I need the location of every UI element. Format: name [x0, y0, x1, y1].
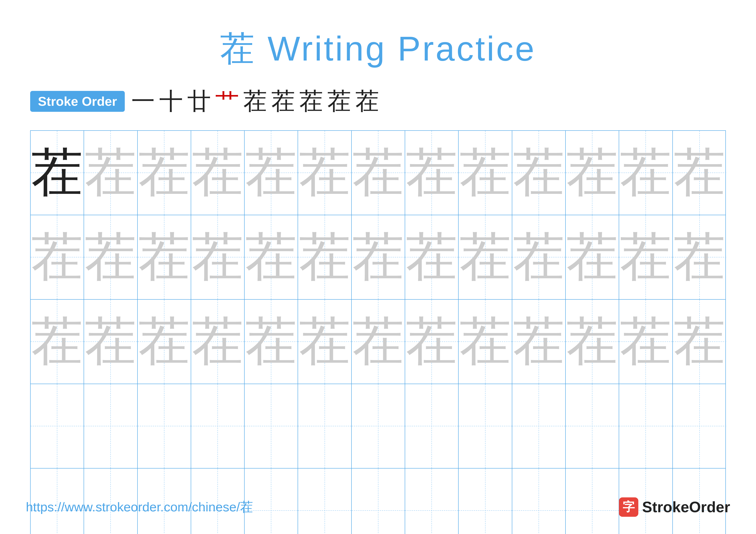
grid-cell[interactable]: 茬	[352, 215, 405, 299]
grid-cell[interactable]: 茬	[245, 215, 298, 299]
practice-char: 茬	[566, 231, 618, 283]
stroke-2: 十	[159, 85, 183, 117]
stroke-8: 茬	[327, 85, 351, 117]
grid-row-3: 茬 茬 茬 茬 茬 茬 茬 茬 茬 茬 茬 茬 茬	[31, 300, 725, 384]
practice-char: 茬	[31, 231, 83, 283]
practice-char: 茬	[352, 231, 404, 283]
stroke-6: 茬	[271, 85, 295, 117]
logo-icon: 字	[619, 497, 638, 517]
grid-cell[interactable]: 茬	[619, 215, 673, 299]
grid-cell[interactable]: 茬	[673, 215, 726, 299]
grid-row-1: 茬 茬 茬 茬 茬 茬 茬 茬 茬 茬 茬 茬 茬	[31, 131, 725, 215]
practice-char: 茬	[31, 147, 83, 199]
title-char: 茬	[220, 30, 256, 68]
grid-cell[interactable]: 茬	[512, 215, 566, 299]
grid-cell[interactable]: 茬	[512, 300, 566, 384]
practice-char: 茬	[674, 316, 725, 368]
grid-cell[interactable]: 茬	[138, 300, 191, 384]
practice-char: 茬	[406, 231, 458, 283]
practice-char: 茬	[138, 147, 190, 199]
stroke-order-row: Stroke Order 一 十 廿 艹 茬 茬 茬 茬 茬	[26, 85, 730, 117]
grid-cell[interactable]: 茬	[245, 300, 298, 384]
practice-char: 茬	[566, 147, 618, 199]
grid-row-4	[31, 384, 725, 469]
stroke-1: 一	[131, 85, 155, 117]
grid-cell[interactable]	[459, 384, 512, 468]
grid-cell[interactable]: 茬	[405, 131, 459, 215]
grid-cell[interactable]: 茬	[191, 215, 245, 299]
grid-cell[interactable]: 茬	[31, 300, 84, 384]
footer: https://www.strokeorder.com/chinese/茬 字 …	[26, 497, 730, 517]
grid-cell[interactable]: 茬	[566, 300, 619, 384]
practice-char: 茬	[674, 147, 725, 199]
grid-cell[interactable]: 茬	[138, 215, 191, 299]
grid-cell[interactable]: 茬	[191, 300, 245, 384]
practice-char: 茬	[245, 147, 297, 199]
stroke-order-badge: Stroke Order	[30, 91, 125, 112]
grid-cell[interactable]	[512, 384, 566, 468]
grid-cell[interactable]	[31, 384, 84, 468]
footer-logo: 字 StrokeOrder	[619, 497, 730, 517]
grid-cell[interactable]	[138, 384, 191, 468]
grid-cell[interactable]: 茬	[138, 131, 191, 215]
practice-char: 茬	[620, 316, 671, 368]
grid-cell[interactable]: 茬	[84, 300, 138, 384]
grid-cell[interactable]	[352, 384, 405, 468]
practice-char: 茬	[299, 147, 351, 199]
grid-cell[interactable]: 茬	[405, 300, 459, 384]
grid-cell[interactable]	[245, 384, 298, 468]
grid-cell[interactable]	[84, 384, 138, 468]
grid-cell[interactable]: 茬	[84, 215, 138, 299]
practice-char: 茬	[31, 316, 83, 368]
grid-cell[interactable]: 茬	[31, 131, 84, 215]
grid-cell[interactable]: 茬	[191, 131, 245, 215]
grid-cell[interactable]: 茬	[31, 215, 84, 299]
grid-cell[interactable]: 茬	[619, 300, 673, 384]
grid-cell[interactable]: 茬	[459, 215, 512, 299]
grid-cell[interactable]: 茬	[352, 131, 405, 215]
grid-cell[interactable]: 茬	[298, 300, 351, 384]
practice-char: 茬	[674, 231, 725, 283]
grid-cell[interactable]	[673, 384, 726, 468]
practice-char: 茬	[192, 231, 244, 283]
grid-cell[interactable]: 茬	[566, 131, 619, 215]
grid-cell[interactable]	[619, 384, 673, 468]
grid-cell[interactable]: 茬	[673, 300, 726, 384]
grid-cell[interactable]: 茬	[459, 300, 512, 384]
grid-cell[interactable]	[191, 384, 245, 468]
stroke-5: 茬	[243, 85, 267, 117]
practice-char: 茬	[513, 231, 565, 283]
title-area: 茬 Writing Practice	[26, 26, 730, 72]
practice-char: 茬	[406, 316, 458, 368]
grid-cell[interactable]: 茬	[459, 131, 512, 215]
grid-cell[interactable]: 茬	[566, 215, 619, 299]
grid-row-2: 茬 茬 茬 茬 茬 茬 茬 茬 茬 茬 茬 茬 茬	[31, 215, 725, 300]
grid-cell[interactable]: 茬	[245, 131, 298, 215]
grid-cell[interactable]: 茬	[352, 300, 405, 384]
grid-cell[interactable]: 茬	[512, 131, 566, 215]
practice-char: 茬	[138, 316, 190, 368]
practice-char: 茬	[352, 316, 404, 368]
practice-char: 茬	[85, 231, 136, 283]
footer-url[interactable]: https://www.strokeorder.com/chinese/茬	[26, 498, 253, 516]
logo-name: StrokeOrder	[642, 498, 730, 516]
grid-cell[interactable]: 茬	[673, 131, 726, 215]
grid-cell[interactable]: 茬	[298, 131, 351, 215]
practice-char: 茬	[352, 147, 404, 199]
grid-cell[interactable]	[405, 384, 459, 468]
practice-char: 茬	[85, 316, 136, 368]
grid-cell[interactable]: 茬	[405, 215, 459, 299]
grid-cell[interactable]: 茬	[84, 131, 138, 215]
practice-char: 茬	[192, 147, 244, 199]
grid-cell[interactable]: 茬	[298, 215, 351, 299]
grid-cell[interactable]	[566, 384, 619, 468]
practice-char: 茬	[299, 231, 351, 283]
practice-char: 茬	[85, 147, 136, 199]
grid-cell[interactable]	[298, 384, 351, 468]
practice-char: 茬	[566, 316, 618, 368]
practice-char: 茬	[299, 316, 351, 368]
grid-cell[interactable]: 茬	[619, 131, 673, 215]
page: 茬 Writing Practice Stroke Order 一 十 廿 艹 …	[0, 0, 756, 534]
stroke-sequence: 一 十 廿 艹 茬 茬 茬 茬 茬	[131, 85, 379, 117]
practice-char: 茬	[406, 147, 458, 199]
